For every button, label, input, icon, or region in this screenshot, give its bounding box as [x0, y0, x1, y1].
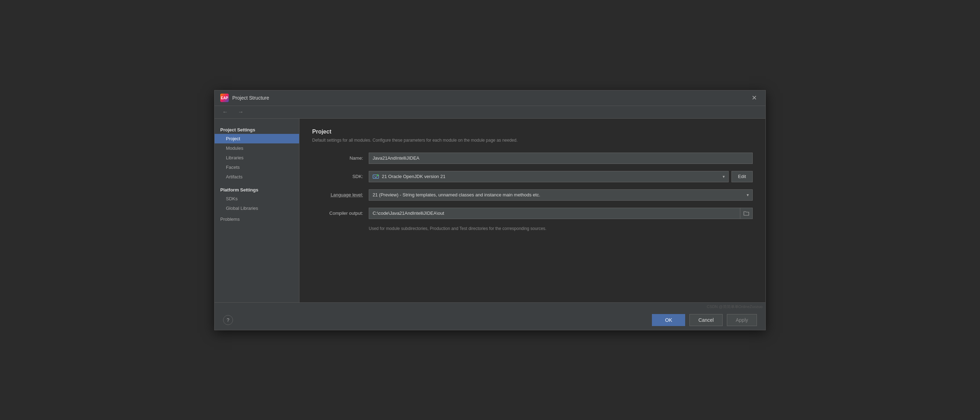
main-panel: Project Default settings for all modules…: [299, 119, 765, 303]
sidebar-item-modules[interactable]: Modules: [215, 143, 299, 153]
sidebar-item-facets[interactable]: Facets: [215, 163, 299, 172]
compiler-output-label: Compiler output:: [312, 211, 369, 216]
language-level-chevron-icon: ▾: [747, 192, 749, 198]
language-level-row: Language level: 21 (Preview) - String te…: [312, 189, 752, 201]
close-button[interactable]: ✕: [749, 93, 760, 103]
sidebar-item-libraries[interactable]: Libraries: [215, 153, 299, 163]
content-area: Project Settings Project Modules Librari…: [215, 119, 765, 303]
project-settings-label: Project Settings: [215, 124, 299, 134]
name-label: Name:: [312, 155, 369, 161]
language-level-label: Language level:: [312, 192, 369, 198]
section-title: Project: [312, 128, 752, 135]
sdk-label: SDK:: [312, 174, 369, 179]
watermark: CSDN @简简单单OnlineZuozuo: [215, 303, 765, 310]
footer: ? OK Cancel Apply: [215, 310, 765, 330]
sdk-dropdown[interactable]: 21 Oracle OpenJDK version 21 ▾: [369, 171, 729, 182]
app-icon: EAP: [220, 94, 229, 102]
sdk-edit-button[interactable]: Edit: [732, 171, 752, 182]
sdk-selector-group: 21 Oracle OpenJDK version 21 ▾ Edit: [369, 171, 752, 182]
help-button[interactable]: ?: [223, 315, 233, 325]
sidebar-item-problems[interactable]: Problems: [215, 214, 299, 224]
language-level-dropdown[interactable]: 21 (Preview) - String templates, unnamed…: [369, 189, 752, 201]
footer-right: OK Cancel Apply: [652, 314, 757, 326]
platform-settings-label: Platform Settings: [215, 184, 299, 194]
compiler-output-input[interactable]: [369, 208, 740, 219]
name-row: Name:: [312, 152, 752, 164]
footer-watermark-wrapper: CSDN @简简单单OnlineZuozuo ? OK Cancel Apply: [215, 303, 765, 330]
sdk-value: 21 Oracle OpenJDK version 21: [382, 174, 445, 179]
sdk-chevron-icon: ▾: [722, 174, 725, 179]
back-button[interactable]: ←: [220, 108, 230, 116]
sidebar-item-artifacts[interactable]: Artifacts: [215, 172, 299, 182]
sdk-select-left: 21 Oracle OpenJDK version 21: [372, 174, 445, 179]
apply-button[interactable]: Apply: [727, 314, 757, 326]
sidebar-item-project[interactable]: Project: [215, 134, 299, 143]
title-bar-left: EAP Project Structure: [220, 94, 269, 102]
svg-point-1: [377, 174, 379, 176]
sidebar-item-global-libraries[interactable]: Global Libraries: [215, 203, 299, 213]
name-input[interactable]: [369, 152, 752, 164]
footer-left: ?: [223, 315, 233, 325]
sdk-row: SDK: 21 Oracle OpenJDK version: [312, 171, 752, 182]
title-bar: EAP Project Structure ✕: [215, 90, 765, 106]
section-desc: Default settings for all modules. Config…: [312, 138, 752, 143]
project-structure-dialog: EAP Project Structure ✕ ← → Project Sett…: [214, 90, 766, 330]
dialog-title: Project Structure: [232, 95, 269, 101]
compiler-hint: Used for module subdirectories, Producti…: [369, 226, 752, 231]
nav-bar: ← →: [215, 106, 765, 119]
sidebar: Project Settings Project Modules Librari…: [215, 119, 299, 303]
cancel-button[interactable]: Cancel: [689, 314, 722, 326]
compiler-output-group: [369, 208, 752, 219]
language-level-value: 21 (Preview) - String templates, unnamed…: [372, 192, 540, 198]
ok-button[interactable]: OK: [652, 314, 685, 326]
sdk-icon: [372, 174, 379, 179]
compiler-output-row: Compiler output:: [312, 208, 752, 219]
sidebar-item-sdks[interactable]: SDKs: [215, 194, 299, 203]
forward-button[interactable]: →: [236, 108, 246, 116]
folder-browse-button[interactable]: [740, 208, 752, 219]
